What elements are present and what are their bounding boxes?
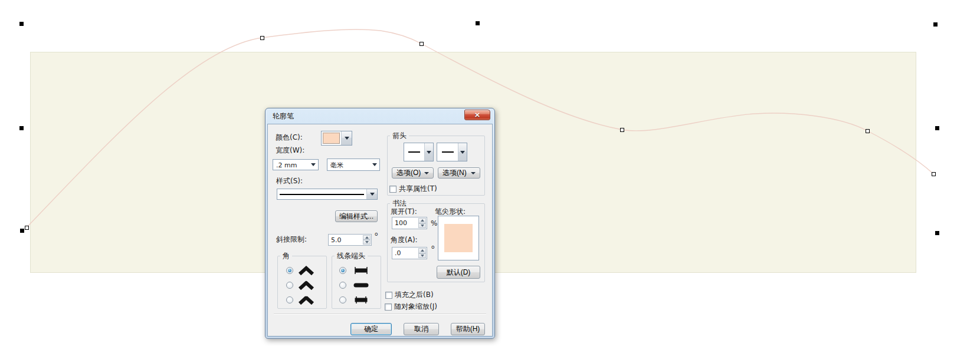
chevron-down-icon xyxy=(427,151,431,154)
spin-up-button[interactable] xyxy=(418,218,426,223)
selection-handle[interactable] xyxy=(935,126,939,130)
dialog-titlebar[interactable]: 轮廓笔 xyxy=(266,108,494,124)
butt-cap-icon xyxy=(351,266,371,275)
curve-node[interactable] xyxy=(620,128,624,132)
radio-icon[interactable] xyxy=(339,282,346,289)
nib-swatch xyxy=(444,224,473,252)
selection-handle[interactable] xyxy=(935,231,939,235)
width-label: 宽度(W): xyxy=(276,147,304,154)
solid-line-sample xyxy=(280,194,364,195)
cap-option-round[interactable] xyxy=(339,281,371,289)
checkbox-icon[interactable] xyxy=(385,292,392,299)
spin-up-button[interactable] xyxy=(363,235,371,240)
share-attributes-checkbox[interactable]: 共享属性(T) xyxy=(389,184,437,194)
arrow-options-left-button[interactable]: 选项(O) xyxy=(392,167,434,179)
round-cap-icon xyxy=(351,281,371,289)
radio-selected-icon[interactable] xyxy=(286,267,293,274)
curve-node[interactable] xyxy=(932,172,936,176)
dialog-body: 颜色(C): 宽度(W): .2 mm 毫米 样式(S): xyxy=(267,124,493,336)
radio-icon[interactable] xyxy=(286,296,293,303)
chevron-down-icon xyxy=(460,151,465,154)
selection-handle[interactable] xyxy=(19,22,24,26)
spin-down-button[interactable] xyxy=(418,223,426,229)
curve-node[interactable] xyxy=(25,226,29,230)
share-attributes-label: 共享属性(T) xyxy=(399,184,437,194)
color-swatch xyxy=(323,133,340,144)
checkbox-icon[interactable] xyxy=(389,186,396,193)
scale-with-object-checkbox[interactable]: 随对象缩放(J) xyxy=(385,302,437,312)
arrow-options-right-button[interactable]: 选项(N) xyxy=(438,167,480,179)
radio-selected-icon[interactable] xyxy=(339,267,346,274)
help-button[interactable]: 帮助(H) xyxy=(451,323,485,335)
close-button[interactable]: × xyxy=(464,110,490,120)
unit-value[interactable]: 毫米 xyxy=(327,159,369,170)
triangle-up-icon xyxy=(421,249,424,252)
selection-handle[interactable] xyxy=(20,229,24,233)
spin-down-button[interactable] xyxy=(363,240,371,245)
unit-dropdown-button[interactable] xyxy=(369,159,379,170)
radio-icon[interactable] xyxy=(286,282,293,289)
width-combo[interactable]: .2 mm xyxy=(273,159,319,170)
spin-up-button[interactable] xyxy=(418,248,426,253)
ok-button[interactable]: 确定 xyxy=(350,323,392,335)
selection-handle[interactable] xyxy=(476,21,480,25)
arrow-options-right-label: 选项(N) xyxy=(443,168,467,178)
chevron-down-icon xyxy=(345,137,349,140)
start-arrowhead-picker[interactable] xyxy=(404,143,434,161)
curve-node[interactable] xyxy=(866,129,870,133)
unit-combo[interactable]: 毫米 xyxy=(327,159,380,171)
cap-option-square[interactable] xyxy=(339,296,371,304)
angle-spinner[interactable]: .0 xyxy=(392,247,427,259)
style-dropdown-button[interactable] xyxy=(366,189,377,199)
triangle-up-icon xyxy=(365,236,369,239)
default-button[interactable]: 默认(D) xyxy=(437,266,480,279)
miter-limit-spinner[interactable]: 5.0 xyxy=(328,234,372,246)
no-arrowhead-sample xyxy=(408,151,420,153)
style-sample xyxy=(277,189,366,199)
angle-degree-sign: o xyxy=(431,245,435,250)
nib-shape-label: 笔尖形状: xyxy=(435,208,466,216)
triangle-down-icon xyxy=(421,225,424,227)
curve-node[interactable] xyxy=(419,42,424,46)
nib-shape-preview[interactable] xyxy=(438,216,479,260)
style-label: 样式(S): xyxy=(276,177,303,185)
corner-option-round[interactable] xyxy=(286,280,314,290)
end-arrowhead-dropdown-button[interactable] xyxy=(458,143,467,161)
style-combo[interactable] xyxy=(277,189,378,200)
angle-label: 角度(A): xyxy=(391,236,418,244)
chevron-down-icon xyxy=(471,172,476,174)
stretch-percent-sign: % xyxy=(431,220,437,227)
scale-with-object-label: 随对象缩放(J) xyxy=(394,302,437,312)
stretch-spinner[interactable]: 100 xyxy=(392,217,427,229)
cap-option-butt[interactable] xyxy=(339,266,371,275)
miter-corner-icon xyxy=(298,266,314,275)
selection-handle[interactable] xyxy=(933,22,938,27)
cancel-button[interactable]: 取消 xyxy=(404,323,439,335)
color-dropdown-button[interactable] xyxy=(341,131,352,145)
start-arrowhead-dropdown-button[interactable] xyxy=(424,143,433,161)
edit-style-button[interactable]: 编辑样式... xyxy=(335,210,378,222)
square-cap-icon xyxy=(351,296,371,304)
corner-option-bevel[interactable] xyxy=(286,295,314,305)
corner-option-miter[interactable] xyxy=(286,266,314,275)
checkbox-icon[interactable] xyxy=(385,303,392,311)
arrow-options-left-label: 选项(O) xyxy=(396,168,421,178)
chevron-down-icon xyxy=(424,172,429,174)
radio-icon[interactable] xyxy=(339,296,346,303)
width-value[interactable]: .2 mm xyxy=(273,160,308,170)
selection-handle[interactable] xyxy=(19,126,24,130)
close-icon: × xyxy=(474,110,481,119)
color-picker[interactable] xyxy=(321,131,352,146)
curve-node[interactable] xyxy=(260,36,264,40)
triangle-down-icon xyxy=(365,241,369,243)
end-arrowhead-picker[interactable] xyxy=(437,143,467,161)
bevel-corner-icon xyxy=(298,295,314,305)
app-canvas: 轮廓笔 × 颜色(C): 宽度(W): .2 mm 毫米 xyxy=(0,0,980,363)
behind-fill-checkbox[interactable]: 填充之后(B) xyxy=(385,290,434,300)
width-dropdown-button[interactable] xyxy=(308,160,318,170)
arrows-group-label: 箭头 xyxy=(390,131,409,140)
line-cap-group-label: 线条端头 xyxy=(335,252,368,260)
calligraphy-group-label: 书法 xyxy=(390,199,409,207)
dialog-title: 轮廓笔 xyxy=(273,111,294,121)
spin-down-button[interactable] xyxy=(418,253,426,259)
